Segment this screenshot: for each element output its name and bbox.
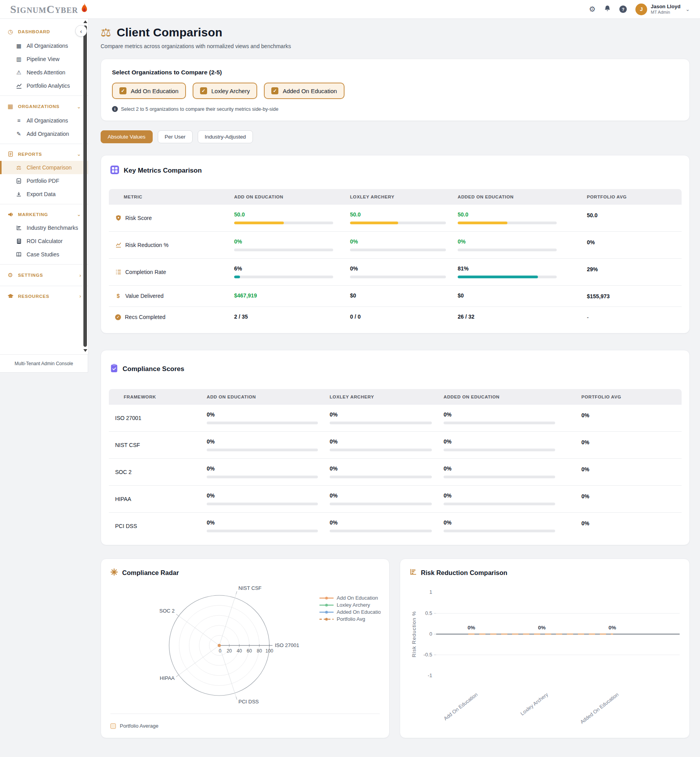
calculator-icon bbox=[16, 238, 22, 244]
clipboard-check-icon bbox=[110, 364, 118, 374]
radar-axis-pci: PCI DSS bbox=[238, 699, 259, 705]
app-logo[interactable]: SignumCyber bbox=[10, 3, 88, 15]
progress-bar bbox=[207, 503, 318, 505]
user-role: MT Admin bbox=[651, 10, 680, 15]
scrollbar-thumb[interactable] bbox=[83, 25, 87, 347]
progress-bar bbox=[234, 249, 333, 251]
divider bbox=[0, 96, 88, 96]
sidebar: ‹ ◷ DASHBOARD ⌄ ▦ All Organizations ▥ Pi… bbox=[0, 19, 88, 355]
compliance-radar-title: Compliance Radar bbox=[122, 569, 179, 577]
sidebar-item-add-organization[interactable]: ✎ Add Organization bbox=[0, 127, 88, 141]
progress-bar bbox=[350, 222, 446, 224]
logo-text: SignumCyber bbox=[10, 4, 78, 15]
svg-text:-1: -1 bbox=[428, 672, 432, 678]
svg-text:0: 0 bbox=[219, 648, 222, 654]
sidebar-section-reports[interactable]: REPORTS ⌄ bbox=[0, 147, 88, 161]
table-row-recs-completed: ✓ Recs Completed 2 / 35 0 / 0 26 / 32 - bbox=[109, 307, 682, 328]
tab-per-user[interactable]: Per User bbox=[158, 130, 193, 143]
sidebar-item-portfolio-analytics[interactable]: Portfolio Analytics bbox=[0, 79, 88, 92]
table-row-iso-27001: ISO 27001 0% 0% 0% 0% bbox=[109, 405, 682, 432]
table-row-value-delivered: $ Value Delivered $467,919 $0 $0 $155,97… bbox=[109, 286, 682, 307]
svg-text:0: 0 bbox=[429, 631, 432, 637]
sidebar-item-pipeline-view[interactable]: ▥ Pipeline View bbox=[0, 52, 88, 66]
progress-bar bbox=[207, 449, 318, 451]
radar-axis-iso: ISO 27001 bbox=[275, 642, 299, 648]
sidebar-scrollbar[interactable] bbox=[83, 20, 87, 352]
document-icon bbox=[7, 151, 14, 157]
org-checkbox-add-on-education[interactable]: ✓ Add On Education bbox=[112, 83, 186, 99]
list-icon: ≡ bbox=[16, 117, 22, 124]
sidebar-item-needs-attention[interactable]: ⚠ Needs Attention bbox=[0, 66, 88, 79]
org-checkbox-added-on-education[interactable]: ✓ Added On Education bbox=[264, 83, 344, 99]
progress-bar bbox=[330, 476, 432, 478]
org-checkbox-loxley-archery[interactable]: ✓ Loxley Archery bbox=[193, 83, 257, 99]
key-metrics-card: Key Metrics Comparison METRIC ADD ON EDU… bbox=[101, 155, 690, 333]
svg-text:Added On Education: Added On Education bbox=[579, 692, 620, 725]
sidebar-footer: Multi-Tenant Admin Console bbox=[0, 354, 88, 373]
svg-text:60: 60 bbox=[247, 648, 252, 654]
checkbox-checked-icon: ✓ bbox=[271, 87, 278, 94]
sidebar-item-industry-benchmarks[interactable]: Industry Benchmarks bbox=[0, 221, 88, 234]
sidebar-item-portfolio-pdf[interactable]: Portfolio PDF bbox=[0, 174, 88, 187]
svg-text:0%: 0% bbox=[608, 625, 616, 631]
sidebar-collapse-button[interactable]: ‹ bbox=[75, 25, 87, 37]
chevron-right-icon: › bbox=[79, 272, 81, 278]
sidebar-section-marketing[interactable]: MARKETING ⌄ bbox=[0, 207, 88, 221]
view-mode-tabs: Absolute Values Per User Industry-Adjust… bbox=[101, 130, 690, 143]
chevron-down-icon: ⌄ bbox=[686, 6, 690, 12]
sidebar-item-export-data[interactable]: Export Data bbox=[0, 187, 88, 201]
flame-logo-icon bbox=[80, 3, 88, 15]
bar-chart-icon bbox=[410, 568, 417, 577]
sidebar-section-settings[interactable]: ⚙ SETTINGS › bbox=[0, 268, 88, 283]
top-bar: SignumCyber ⚙ ? J Jason Lloyd MT Admin ⌄ bbox=[0, 0, 700, 19]
page-subtitle: Compare metrics across organizations wit… bbox=[101, 43, 690, 49]
columns-icon: ▥ bbox=[16, 56, 22, 62]
chevron-down-icon: ⌄ bbox=[77, 104, 81, 110]
svg-text:Add On Education: Add On Education bbox=[442, 692, 478, 722]
scroll-up-arrow[interactable] bbox=[83, 20, 87, 23]
org-selector-heading: Select Organizations to Compare (2-5) bbox=[112, 69, 678, 76]
tab-absolute-values[interactable]: Absolute Values bbox=[101, 130, 153, 143]
sidebar-section-organizations[interactable]: ▦ ORGANIZATIONS ⌄ bbox=[0, 99, 88, 114]
portfolio-average-checkbox[interactable] bbox=[110, 723, 116, 729]
progress-bar bbox=[444, 449, 555, 451]
scroll-down-arrow[interactable] bbox=[83, 349, 87, 352]
checklist-icon bbox=[115, 269, 121, 275]
progress-bar bbox=[350, 276, 446, 278]
user-menu[interactable]: J Jason Lloyd MT Admin ⌄ bbox=[635, 4, 690, 15]
table-row-pci-dss: PCI DSS 0% 0% 0% 0% bbox=[109, 513, 682, 539]
progress-bar bbox=[234, 222, 333, 224]
svg-text:100: 100 bbox=[265, 648, 273, 654]
help-icon[interactable]: ? bbox=[619, 5, 627, 13]
scales-icon: ⚖ bbox=[16, 164, 22, 171]
chevron-down-icon: ⌄ bbox=[77, 211, 81, 217]
sidebar-item-roi-calculator[interactable]: ROI Calculator bbox=[0, 234, 88, 248]
warning-icon: ⚠ bbox=[16, 69, 22, 76]
sidebar-item-all-organizations[interactable]: ▦ All Organizations bbox=[0, 39, 88, 52]
progress-bar bbox=[458, 249, 557, 251]
bell-icon[interactable] bbox=[604, 5, 611, 13]
radar-data-point bbox=[218, 644, 221, 647]
gear-icon[interactable]: ⚙ bbox=[589, 5, 595, 13]
progress-bar bbox=[330, 503, 432, 505]
sidebar-item-case-studies[interactable]: Case Studies bbox=[0, 248, 88, 261]
sidebar-section-resources[interactable]: RESOURCES › bbox=[0, 289, 88, 303]
divider bbox=[0, 264, 88, 265]
dollar-icon: $ bbox=[115, 293, 121, 299]
sidebar-item-org-all-organizations[interactable]: ≡ All Organizations bbox=[0, 114, 88, 127]
table-row-completion-rate: Completion Rate 6% 0% 81% 29% bbox=[109, 259, 682, 286]
shield-icon bbox=[115, 215, 121, 221]
gauge-icon: ◷ bbox=[7, 28, 14, 35]
key-metrics-header-row: METRIC ADD ON EDUCATION LOXLEY ARCHERY A… bbox=[109, 189, 682, 205]
progress-bar bbox=[458, 222, 557, 224]
progress-bar bbox=[207, 422, 318, 424]
tab-industry-adjusted[interactable]: Industry-Adjusted bbox=[198, 130, 253, 143]
book-icon bbox=[16, 252, 22, 257]
table-row-nist-csf: NIST CSF 0% 0% 0% 0% bbox=[109, 432, 682, 459]
progress-bar bbox=[330, 449, 432, 451]
table-row-hipaa: HIPAA 0% 0% 0% 0% bbox=[109, 486, 682, 513]
sidebar-item-client-comparison[interactable]: ⚖ Client Comparison bbox=[0, 161, 88, 174]
svg-text:20: 20 bbox=[227, 648, 232, 654]
svg-text:1: 1 bbox=[429, 589, 432, 595]
risk-reduction-chart: Risk Reduction % 1 0.5 0 -0.5 -1 0% bbox=[410, 577, 681, 728]
